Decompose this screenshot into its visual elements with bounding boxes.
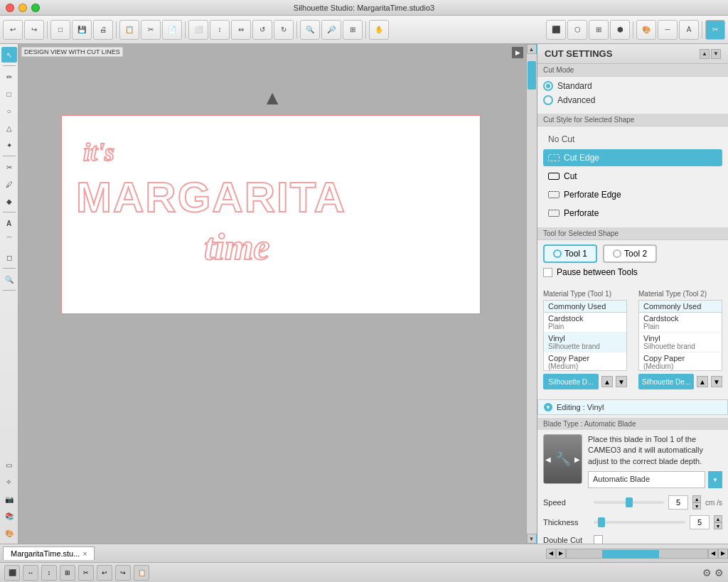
tab-margarita[interactable]: MargaritaTime.stu... × — [3, 546, 95, 560]
blade-next-button[interactable]: ▶ — [574, 456, 580, 463]
canvas-horizontal-scrollbar[interactable] — [566, 549, 708, 559]
undo-button[interactable]: ↩ — [3, 20, 23, 40]
rotate-ccw-button[interactable]: ↺ — [252, 20, 272, 40]
draw-tool[interactable]: ✏ — [1, 69, 17, 85]
info-icon[interactable]: ⚙ — [714, 567, 724, 578]
save-button[interactable]: 💾 — [72, 20, 92, 40]
fill-color-tool[interactable]: ▭ — [1, 457, 17, 473]
pause-checkbox-row[interactable]: Pause between Tools — [543, 267, 722, 277]
status-btn-6[interactable]: ↩ — [97, 565, 112, 581]
page-prev-button[interactable]: ◀ — [708, 549, 718, 559]
library-tool[interactable]: 📚 — [1, 508, 17, 524]
flip-v-button[interactable]: ↕ — [210, 20, 230, 40]
tool1-option[interactable]: Tool 1 — [543, 244, 597, 263]
minimize-button[interactable] — [18, 4, 27, 12]
standard-radio[interactable] — [543, 81, 553, 91]
path-button[interactable]: ⬡ — [567, 20, 587, 40]
perforate-option[interactable]: Perforate — [543, 205, 722, 222]
select-button[interactable]: ⬜ — [188, 20, 208, 40]
paste-button[interactable]: 📋 — [119, 20, 139, 40]
blade-prev-button[interactable]: ◀ — [545, 456, 551, 463]
panel-prev-button[interactable]: ▲ — [700, 49, 710, 59]
thickness-slider-thumb[interactable] — [598, 517, 605, 527]
blade-dropdown-arrow[interactable]: ▼ — [708, 471, 722, 488]
redo-button[interactable]: ↪ — [24, 20, 44, 40]
pan-button[interactable]: ✋ — [369, 20, 389, 40]
trace-tool[interactable]: 📷 — [1, 491, 17, 507]
replicate-button[interactable]: ⊞ — [589, 20, 609, 40]
zoom-out-button[interactable]: 🔎 — [321, 20, 341, 40]
align-button[interactable]: ⬛ — [546, 20, 566, 40]
blade-dropdown[interactable]: Automatic Blade — [588, 471, 705, 488]
material-commonly-used-1[interactable]: Commonly Used — [544, 301, 626, 313]
speed-value[interactable]: 5 — [668, 495, 688, 510]
node-tool[interactable]: ◆ — [1, 193, 17, 209]
zoom-tool[interactable]: 🔍 — [1, 271, 17, 287]
pause-checkbox[interactable] — [543, 268, 552, 277]
scroll-down-button[interactable]: ▼ — [527, 534, 537, 544]
status-btn-7[interactable]: ↪ — [115, 565, 131, 581]
speed-up-button[interactable]: ▲ — [692, 495, 701, 502]
color-tool[interactable]: 🎨 — [1, 525, 17, 541]
status-btn-8[interactable]: 📋 — [134, 565, 149, 581]
no-cut-option[interactable]: No Cut — [543, 131, 722, 148]
material-cardstock-2[interactable]: Cardstock Plain — [639, 313, 722, 333]
material-cardstock-1[interactable]: Cardstock Plain — [544, 313, 626, 333]
scroll-thumb[interactable] — [528, 61, 536, 90]
zoom-in-button[interactable]: 🔍 — [300, 20, 320, 40]
copy-button[interactable]: 📄 — [162, 20, 182, 40]
select-tool[interactable]: ↖ — [1, 47, 17, 63]
nav-left-button[interactable]: ◀ — [546, 549, 556, 559]
canvas-area[interactable]: DESIGN VIEW WITH CUT LINES ▶ ▲ it's MARG… — [18, 44, 526, 544]
scroll-up-button[interactable]: ▲ — [527, 44, 537, 54]
material-vinyl-1[interactable]: Vinyl Silhouette brand — [544, 333, 626, 352]
maximize-button[interactable] — [31, 4, 40, 12]
material-copypaper-2[interactable]: Copy Paper (Medium) — [639, 352, 722, 371]
material-list-2[interactable]: Commonly Used Cardstock Plain Vinyl Silh… — [638, 300, 722, 371]
new-button[interactable]: □ — [50, 20, 70, 40]
thickness-value[interactable]: 5 — [690, 515, 710, 529]
status-btn-2[interactable]: ↔ — [23, 565, 38, 581]
canvas-vertical-scrollbar[interactable]: ▲ ▼ — [526, 44, 536, 544]
status-btn-4[interactable]: ⊞ — [60, 565, 75, 581]
cut-button[interactable]: ✂ — [141, 20, 161, 40]
line-button[interactable]: ─ — [658, 20, 678, 40]
status-btn-1[interactable]: ⬛ — [4, 565, 20, 581]
cut-settings-button[interactable]: ✂ — [705, 20, 725, 40]
mat-step-down-2[interactable]: ▼ — [711, 376, 722, 387]
status-btn-3[interactable]: ↕ — [41, 565, 57, 581]
rect-tool[interactable]: □ — [1, 86, 17, 102]
transform-button[interactable]: ⬢ — [610, 20, 630, 40]
settings-gear-icon[interactable]: ⚙ — [702, 567, 712, 578]
speed-slider[interactable] — [594, 501, 664, 504]
print-button[interactable]: 🖨 — [93, 20, 113, 40]
thickness-up-button[interactable]: ▲ — [714, 515, 722, 522]
status-btn-5[interactable]: ✂ — [78, 565, 94, 581]
pen-tool[interactable]: 🖊 — [1, 176, 17, 192]
cut-edge-option[interactable]: Cut Edge — [543, 149, 722, 166]
material-stepper-1[interactable]: Silhouette D... — [543, 374, 599, 389]
page-setup-tool[interactable]: ⟡ — [1, 474, 17, 490]
expand-panel-button[interactable]: ▶ — [512, 47, 523, 58]
double-cut-checkbox[interactable] — [594, 535, 603, 544]
tab-close-button[interactable]: × — [82, 550, 87, 558]
rotate-cw-button[interactable]: ↻ — [274, 20, 294, 40]
nav-right-button[interactable]: ▶ — [556, 549, 566, 559]
window-controls[interactable] — [6, 4, 40, 12]
perforate-edge-option[interactable]: Perforate Edge — [543, 186, 722, 203]
flip-h-button[interactable]: ⇔ — [231, 20, 251, 40]
polygon-tool[interactable]: △ — [1, 120, 17, 136]
mat-step-up-2[interactable]: ▲ — [697, 376, 708, 387]
text-style-button[interactable]: A — [679, 20, 699, 40]
thickness-down-button[interactable]: ▼ — [714, 522, 722, 529]
advanced-radio-row[interactable]: Advanced — [543, 95, 722, 105]
panel-next-button[interactable]: ▼ — [711, 49, 721, 59]
curve-tool[interactable]: ⌒ — [1, 232, 17, 248]
scroll-track[interactable] — [527, 54, 537, 534]
material-list-1[interactable]: Commonly Used Cardstock Plain Vinyl Silh… — [543, 300, 627, 371]
page-next-button[interactable]: ▶ — [718, 549, 728, 559]
cut-option[interactable]: Cut — [543, 168, 722, 185]
star-tool[interactable]: ✦ — [1, 137, 17, 153]
speed-down-button[interactable]: ▼ — [692, 502, 701, 510]
zoom-fit-button[interactable]: ⊞ — [343, 20, 363, 40]
